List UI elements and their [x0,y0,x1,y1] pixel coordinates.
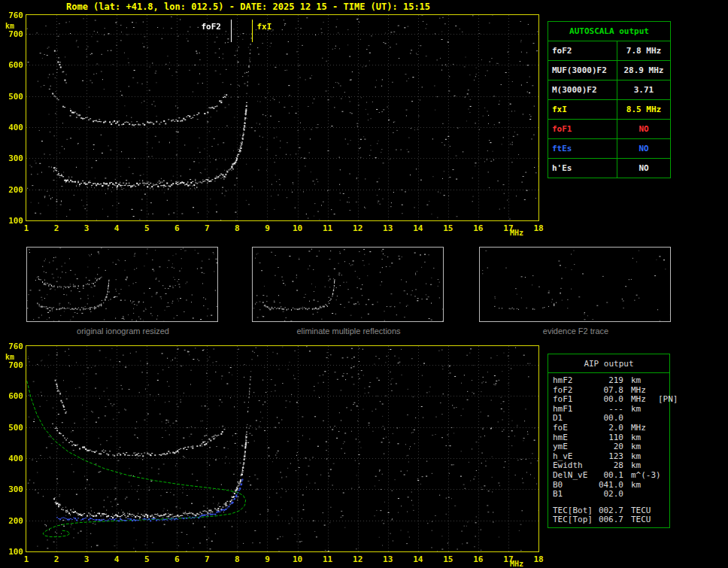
aip-row: hmF2219km [553,376,667,386]
main-ionogram-canvas [26,14,539,221]
aip-param-name: ymE [553,442,596,452]
autoscala-param-value: NO [617,159,671,178]
thumbnail-evidence-f2-trace [479,247,671,322]
aip-param-unit: m^(-3) [623,471,658,481]
x-axis-tick-label: 15 [440,223,457,233]
autoscala-row: h'EsNO [548,159,671,178]
y-axis-tick-label: 600 [2,391,23,401]
thumbnail-original-ionogram [26,247,218,322]
x-axis-tick-label: 4 [108,554,125,564]
aip-param-name: foF1 [553,395,596,405]
aip-param-name: hmF2 [553,376,596,386]
aip-tec-rows: TEC[Bot]002.7TECUTEC[Top]006.7TECU [548,503,669,525]
y-axis-unit-label: km [5,353,14,361]
autoscala-row: foF1NO [548,120,671,139]
aip-param-unit: MHz [623,395,658,405]
y-axis-tick-label: 500 [2,92,23,102]
aip-param-value: 02.0 [596,490,623,500]
aip-row: foF100.0MHz[PN] [553,395,667,405]
x-axis-tick-label: 7 [199,223,215,233]
thumbnail-caption-original: original ionogram resized [26,327,220,336]
autoscala-param-label: foF1 [548,120,617,139]
aip-param-value: 219 [596,376,623,386]
thumbnail-eliminate-reflections [252,247,444,322]
x-axis-tick-label: 16 [470,223,487,233]
thumbnail-caption-evidence: evidence F2 trace [479,327,672,336]
x-axis-tick-label: 9 [259,223,275,233]
autoscala-output-table: AUTOSCALA output foF27.8 MHzMUF(3000)F22… [548,21,671,178]
x-axis-tick-label: 9 [259,554,275,564]
autoscala-param-label: M(3000)F2 [548,80,617,100]
autoscala-param-label: ftEs [548,139,617,159]
y-axis-tick-label: 300 [2,484,23,494]
x-axis-tick-label: 3 [78,554,95,564]
y-axis-tick-label: 760 [2,11,23,20]
aip-row: ymE20km [553,442,667,452]
autoscala-table-header: AUTOSCALA output [548,22,671,41]
aip-param-value: 2.0 [596,424,623,433]
aip-param-extra [658,481,667,491]
aip-param-unit [623,490,658,500]
y-axis-tick-label: 300 [2,153,23,163]
autoscala-param-value: 3.71 [617,80,671,100]
x-axis-tick-label: 18 [530,554,547,564]
aip-row: B102.0 [553,490,667,500]
autoscala-param-label: fxI [548,100,617,120]
x-axis-tick-label: 1 [18,223,35,233]
aip-param-unit: km [623,481,658,491]
x-axis-tick-label: 8 [229,554,245,564]
aip-param-extra [658,490,667,500]
autoscala-param-label: h'Es [548,159,617,178]
aip-row: foE2.0MHz [553,424,667,433]
x-axis-unit-label: MHz [510,229,523,237]
x-axis-tick-label: 6 [168,223,185,233]
y-axis-unit-label: km [5,22,14,30]
aip-param-unit: km [623,376,658,386]
aip-param-extra [658,452,667,462]
aip-panel-header: AIP output [548,354,669,373]
aip-param-value: 00.1 [596,471,623,481]
autoscala-row: foF27.8 MHz [548,41,671,61]
autoscala-row: ftEsNO [548,139,671,159]
aip-param-extra [658,433,667,443]
autoscala-param-value: 8.5 MHz [617,100,671,120]
x-axis-tick-label: 18 [530,223,547,233]
x-axis-tick-label: 3 [78,223,95,233]
station-header: Rome (lat: +41.8, lon: 012.5) - DATE: 20… [66,2,430,12]
aip-rows: hmF2219kmfoF207.8MHzfoF100.0MHz[PN]hmF1-… [548,373,669,500]
fxi-marker-label: fxI [256,22,271,32]
x-axis-tick-label: 2 [48,554,65,564]
aip-param-unit: km [623,452,658,462]
autoscala-param-value: 28.9 MHz [617,61,671,80]
y-axis-tick-label: 400 [2,123,23,132]
aip-param-unit: MHz [623,424,658,433]
autoscala-row: MUF(3000)F228.9 MHz [548,61,671,80]
y-axis-tick-label: 500 [2,423,23,433]
x-axis-tick-label: 12 [350,223,366,233]
x-axis-tick-label: 15 [440,554,457,564]
aip-param-extra [658,442,667,452]
x-axis-tick-label: 16 [470,554,487,564]
aip-param-value: 006.7 [596,515,623,525]
autoscala-param-value: 7.8 MHz [617,41,671,61]
y-axis-tick-label: 200 [2,185,23,195]
x-axis-tick-label: 7 [199,554,215,564]
x-axis-tick-label: 13 [380,554,396,564]
aip-param-name: TEC[Top] [553,515,596,525]
aip-param-name: B1 [553,490,596,500]
x-axis-tick-label: 10 [290,554,306,564]
x-axis-tick-label: 11 [320,554,336,564]
y-axis-tick-label: 200 [2,516,23,526]
autoscala-row: M(3000)F23.71 [548,80,671,100]
x-axis-tick-label: 13 [380,223,396,233]
aip-param-value: 20 [596,442,623,452]
x-axis-tick-label: 2 [48,223,65,233]
autoscala-window: Rome (lat: +41.8, lon: 012.5) - DATE: 20… [0,0,728,568]
autoscala-param-label: MUF(3000)F2 [548,61,617,80]
x-axis-tick-label: 5 [138,223,155,233]
aip-param-extra [658,471,667,481]
x-axis-tick-label: 10 [290,223,306,233]
aip-param-unit: km [623,442,658,452]
autoscala-param-label: foF2 [548,41,617,61]
aip-param-unit: TECU [623,515,658,525]
